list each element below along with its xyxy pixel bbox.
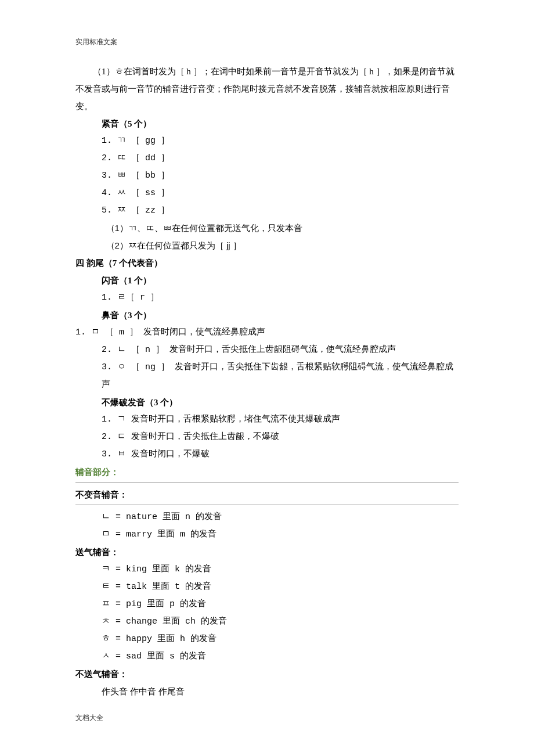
invariant-title: 不变音辅音： [75,486,459,503]
stop-title: 不爆破发音（3 个） [102,394,459,411]
tense-item-2: 2. ㄸ ［ dd ］ [102,150,459,167]
unaspirated-title: 不送气辅音： [75,665,459,683]
tense-item-4: 4. ㅆ ［ ss ］ [102,185,459,202]
page-footer-note: 文档大全 [75,711,459,725]
aspirated-item-4: ㅊ = change 里面 ch 的发音 [102,613,459,631]
aspirated-item-3: ㅍ = pig 里面 p 的发音 [102,596,459,613]
divider-2 [75,505,459,505]
tense-title: 紧音（5 个） [102,115,459,132]
nasal-item-3: 3. ㅇ ［ ng ］ 发音时开口，舌尖抵住下齿龈，舌根紧贴软腭阻碍气流，使气流… [102,359,459,394]
tense-item-3: 3. ㅃ ［ bb ］ [102,167,459,185]
stop-item-1: 1. ㄱ 发音时开口，舌根紧贴软腭，堵住气流不使其爆破成声 [102,411,459,429]
stop-item-3: 3. ㅂ 发音时闭口，不爆破 [102,446,459,463]
tense-note-1: （1）ㄲ、ㄸ、ㅃ在任何位置都无送气化，只发本音 [106,219,459,237]
aspirated-title: 送气辅音： [75,543,459,561]
green-section-title: 辅音部分： [75,463,459,481]
nasal-item-1: 1. ㅁ ［ m ］ 发音时闭口，使气流经鼻腔成声 [75,324,459,341]
aspirated-item-5: ㅎ = happy 里面 h 的发音 [102,631,459,648]
unaspirated-row: 作头音 作中音 作尾音 [102,683,459,700]
invariant-item-1: ㄴ = nature 里面 n 的发音 [102,509,459,526]
page-header-note: 实用标准文案 [75,35,459,49]
nasal-item-2: 2. ㄴ ［ n ］ 发音时开口，舌尖抵住上齿龈阻碍气流，使气流经鼻腔成声 [102,341,459,359]
tense-note-2: （2）ㅉ在任何位置都只发为［ jj ］ [106,237,459,254]
divider-1 [75,482,459,483]
aspirated-item-1: ㅋ = king 里面 k 的发音 [102,561,459,578]
flap-title: 闪音（1 个） [102,272,459,289]
flap-item: 1. ㄹ［ r ］ [102,289,459,307]
tense-item-1: 1. ㄲ ［ gg ］ [102,132,459,150]
nasal-title: 鼻音（3 个） [102,307,459,324]
aspirated-item-6: ㅅ = sad 里面 s 的发音 [102,648,459,665]
aspirated-item-2: ㅌ = talk 里面 t 的发音 [102,578,459,596]
invariant-item-2: ㅁ = marry 里面 m 的发音 [102,526,459,543]
stop-item-2: 2. ㄷ 发音时开口，舌尖抵住上齿龈，不爆破 [102,429,459,446]
intro-paragraph: （1）ㅎ在词首时发为［ h ］；在词中时如果前一音节是开音节就发为［ h ］，如… [75,63,459,115]
tense-item-5: 5. ㅉ ［ zz ］ [102,202,459,219]
final-title: 四 韵尾（7 个代表音） [75,254,459,272]
